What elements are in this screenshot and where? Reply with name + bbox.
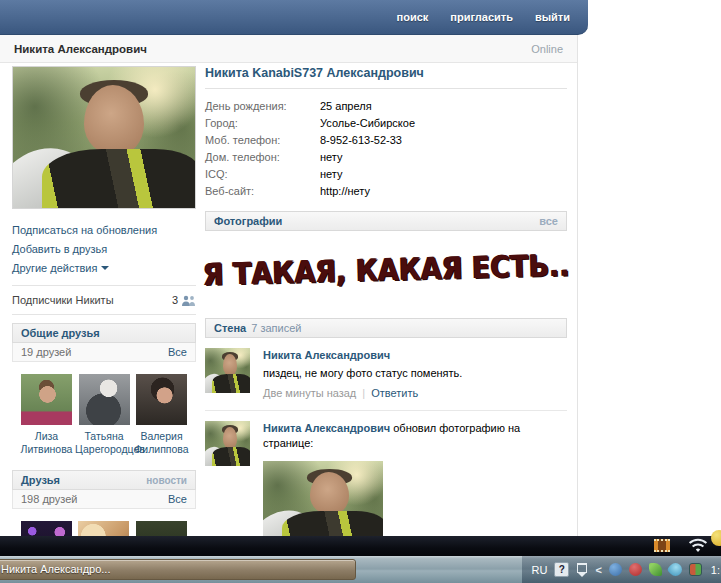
- info-row: Город: Усолье-Сибирское: [205, 115, 567, 132]
- friends-title: Друзья: [21, 474, 60, 486]
- status-photo-text: Я ТАКАЯ, КАКАЯ ЕСТЬ..: [202, 247, 570, 291]
- mutual-friends-title: Общие друзья: [21, 327, 100, 339]
- photo-face-shape: [84, 85, 144, 156]
- info-value: нету: [320, 166, 343, 183]
- info-value: нету: [320, 149, 343, 166]
- wall-count: 7 записей: [251, 322, 301, 334]
- friend-photo[interactable]: [136, 374, 187, 425]
- info-value: Усолье-Сибирское: [320, 115, 415, 132]
- language-indicator[interactable]: RU: [531, 564, 547, 576]
- friend-photo[interactable]: [78, 521, 129, 536]
- keyboard-layout-icon[interactable]: ?: [554, 562, 569, 577]
- profile-header: Никита Александрович Online: [0, 35, 577, 63]
- post-text: пиздец, не могу фото статус поменять.: [263, 366, 567, 381]
- chevron-down-icon: [101, 266, 109, 270]
- profile-photo[interactable]: [12, 66, 196, 209]
- friend-card[interactable]: Валерия Филиппова: [133, 374, 190, 456]
- info-label: День рождения:: [205, 98, 320, 115]
- followers-row[interactable]: Подписчики Никиты 3: [12, 294, 196, 306]
- more-actions-link[interactable]: Другие действия: [12, 259, 196, 278]
- taskbar-window-button[interactable]: Никита Александро...: [0, 559, 356, 580]
- info-row: День рождения: 25 апреля: [205, 98, 567, 115]
- nav-invite[interactable]: пригласить: [450, 11, 513, 23]
- friends-header: Друзья новости: [12, 470, 196, 490]
- info-value: 8-952-613-52-33: [320, 132, 402, 149]
- friend-card[interactable]: [75, 521, 132, 536]
- meta-separator: |: [362, 386, 365, 401]
- post-avatar[interactable]: [205, 421, 250, 466]
- friends-box: Друзья новости 198 друзей Все: [12, 470, 196, 536]
- mutual-friends-count: 19 друзей: [21, 346, 71, 358]
- post-avatar[interactable]: [205, 348, 250, 393]
- page-content: Никита Александрович Online Подписаться …: [0, 35, 578, 536]
- wall-post: Никита Александрович обновил фотографию …: [205, 411, 567, 536]
- yellow-indicator: [711, 530, 721, 546]
- friend-card[interactable]: Лиза Литвинова: [18, 374, 75, 456]
- screen: поиск пригласить выйти Никита Александро…: [0, 0, 721, 583]
- more-actions-label: Другие действия: [12, 262, 97, 274]
- tray-monitor-icon[interactable]: [689, 563, 702, 576]
- film-icon[interactable]: [654, 539, 670, 552]
- wifi-icon[interactable]: [686, 537, 710, 555]
- nav-search[interactable]: поиск: [397, 11, 429, 23]
- friend-card[interactable]: [18, 521, 75, 536]
- friend-name-link[interactable]: Лиза Литвинова: [18, 430, 75, 456]
- friends-row: [12, 509, 196, 536]
- friend-photo[interactable]: [136, 521, 187, 536]
- post-author-link[interactable]: Никита Александрович: [263, 422, 390, 434]
- subscribe-link[interactable]: Подписаться на обновления: [12, 221, 196, 240]
- friends-count: 198 друзей: [21, 493, 78, 505]
- tray-collapse-icon[interactable]: <: [595, 564, 601, 576]
- divider: [12, 285, 196, 286]
- friend-name-link[interactable]: Татьяна Царегородцев.: [75, 430, 133, 456]
- info-row: Моб. телефон: 8-952-613-52-33: [205, 132, 567, 149]
- restore-toolbar-icon[interactable]: [576, 563, 588, 577]
- friend-photo[interactable]: [21, 521, 72, 536]
- divider: [12, 314, 196, 315]
- mutual-friends-all-link[interactable]: Все: [168, 346, 187, 358]
- wall-post: Никита Александрович пиздец, не могу фот…: [205, 338, 567, 411]
- post-photo[interactable]: [263, 461, 383, 536]
- wall-title: Стена: [214, 322, 246, 334]
- info-row: ICQ: нету: [205, 166, 567, 183]
- status-photo[interactable]: Я ТАКАЯ, КАКАЯ ЕСТЬ..: [205, 231, 567, 307]
- taskbar-clock[interactable]: 1:: [711, 564, 720, 576]
- info-value: http://нету: [320, 183, 370, 200]
- friend-card[interactable]: Татьяна Царегородцев.: [75, 374, 133, 456]
- mutual-friends-header: Общие друзья: [12, 323, 196, 343]
- add-friend-link[interactable]: Добавить в друзья: [12, 240, 196, 259]
- info-row: Веб-сайт: http://нету: [205, 183, 567, 200]
- people-icon: [181, 295, 196, 306]
- tray-update-icon[interactable]: [609, 563, 622, 576]
- photos-section-header: Фотографии все: [205, 211, 567, 231]
- friends-countrow: 198 друзей Все: [12, 490, 196, 509]
- post-author-link[interactable]: Никита Александрович: [263, 349, 390, 361]
- friends-all-link[interactable]: Все: [168, 493, 187, 505]
- tray-antivirus-icon[interactable]: [649, 563, 662, 576]
- wall-section-header: Стена 7 записей: [205, 318, 567, 338]
- friends-news-link[interactable]: новости: [146, 475, 187, 486]
- mutual-friends-countrow: 19 друзей Все: [12, 343, 196, 362]
- profile-header-name: Никита Александрович: [14, 43, 147, 55]
- post-time: Две минуты назад: [263, 386, 356, 401]
- profile-info-table: День рождения: 25 апреля Город: Усолье-С…: [205, 98, 567, 200]
- right-column: Никита KanabiS737 Александрович День рож…: [205, 66, 567, 536]
- reply-link[interactable]: Ответить: [371, 386, 418, 401]
- friend-photo[interactable]: [21, 374, 72, 425]
- friend-name-link[interactable]: Валерия Филиппова: [133, 430, 190, 456]
- friend-card[interactable]: [133, 521, 190, 536]
- taskbar: Никита Александро... RU ? < 1:: [0, 556, 721, 583]
- info-row: Дом. телефон: нету: [205, 149, 567, 166]
- info-label: Город:: [205, 115, 320, 132]
- photos-all-link[interactable]: все: [539, 215, 558, 227]
- friend-photo[interactable]: [79, 374, 130, 425]
- mutual-friends-row: Лиза Литвинова Татьяна Царегородцев. Вал…: [12, 362, 196, 456]
- info-value: 25 апреля: [320, 98, 372, 115]
- mutual-friends-box: Общие друзья 19 друзей Все Лиза Литвинов…: [12, 323, 196, 456]
- info-label: Моб. телефон:: [205, 132, 320, 149]
- photos-title: Фотографии: [214, 215, 282, 227]
- tray-security-icon[interactable]: [629, 563, 642, 576]
- window-bottom-strip: [0, 536, 721, 556]
- nav-logout[interactable]: выйти: [535, 11, 570, 23]
- tray-waterdrop-icon[interactable]: [666, 560, 684, 578]
